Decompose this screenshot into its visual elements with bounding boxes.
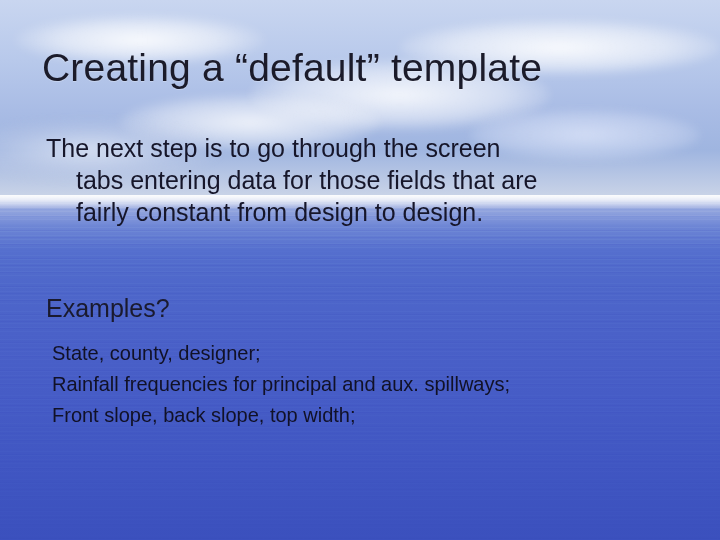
example-item: Front slope, back slope, top width;: [52, 401, 678, 430]
body-line: tabs entering data for those fields that…: [46, 164, 646, 196]
examples-list: State, county, designer; Rainfall freque…: [52, 339, 678, 430]
subheading: Examples?: [46, 294, 678, 323]
slide-title: Creating a “default” template: [42, 46, 678, 90]
slide: Creating a “default” template The next s…: [0, 0, 720, 540]
slide-content: Creating a “default” template The next s…: [0, 0, 720, 540]
body-paragraph: The next step is to go through the scree…: [46, 132, 646, 228]
example-item: Rainfall frequencies for principal and a…: [52, 370, 678, 399]
example-item: State, county, designer;: [52, 339, 678, 368]
body-line: The next step is to go through the scree…: [46, 134, 500, 162]
body-line: fairly constant from design to design.: [46, 196, 646, 228]
